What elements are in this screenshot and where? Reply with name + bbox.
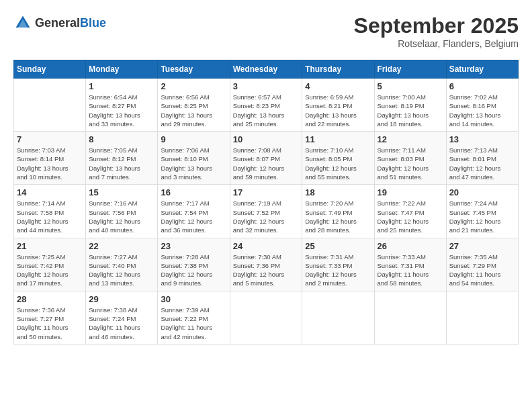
day-info: Sunrise: 7:19 AM Sunset: 7:52 PM Dayligh… [233,199,300,234]
day-info: Sunrise: 7:05 AM Sunset: 8:12 PM Dayligh… [89,146,154,181]
column-header-friday: Friday [374,60,446,79]
day-number: 3 [233,81,300,91]
column-header-wednesday: Wednesday [230,60,302,79]
day-info: Sunrise: 7:24 AM Sunset: 7:45 PM Dayligh… [449,199,515,234]
day-number: 25 [305,241,371,251]
day-number: 26 [378,241,443,251]
calendar-cell: 7Sunrise: 7:03 AM Sunset: 8:14 PM Daylig… [14,132,86,185]
column-header-tuesday: Tuesday [158,60,230,79]
day-info: Sunrise: 7:20 AM Sunset: 7:49 PM Dayligh… [305,199,371,234]
day-info: Sunrise: 6:56 AM Sunset: 8:25 PM Dayligh… [161,93,226,128]
calendar-cell: 16Sunrise: 7:17 AM Sunset: 7:54 PM Dayli… [158,185,230,238]
day-number: 20 [449,187,515,197]
day-info: Sunrise: 7:00 AM Sunset: 8:19 PM Dayligh… [378,93,443,128]
page-header: GeneralBlue September 2025 Rotselaar, Fl… [13,13,519,49]
day-number: 22 [89,241,154,251]
day-number: 17 [233,187,300,197]
day-info: Sunrise: 7:11 AM Sunset: 8:03 PM Dayligh… [378,146,443,181]
day-info: Sunrise: 7:02 AM Sunset: 8:16 PM Dayligh… [449,93,515,128]
calendar-cell: 19Sunrise: 7:22 AM Sunset: 7:47 PM Dayli… [374,185,446,238]
calendar-week-5: 28Sunrise: 7:36 AM Sunset: 7:27 PM Dayli… [14,291,519,344]
calendar-cell [230,291,302,344]
calendar-cell: 11Sunrise: 7:10 AM Sunset: 8:05 PM Dayli… [302,132,374,185]
day-info: Sunrise: 7:22 AM Sunset: 7:47 PM Dayligh… [378,199,443,234]
calendar-cell: 12Sunrise: 7:11 AM Sunset: 8:03 PM Dayli… [374,132,446,185]
day-info: Sunrise: 7:31 AM Sunset: 7:33 PM Dayligh… [305,253,371,288]
calendar-cell [446,291,518,344]
calendar-cell: 24Sunrise: 7:30 AM Sunset: 7:36 PM Dayli… [230,238,302,291]
day-info: Sunrise: 7:33 AM Sunset: 7:31 PM Dayligh… [378,253,443,288]
calendar-cell: 8Sunrise: 7:05 AM Sunset: 8:12 PM Daylig… [86,132,158,185]
day-number: 19 [378,187,443,197]
day-number: 16 [161,187,226,197]
calendar-cell [14,79,86,132]
day-info: Sunrise: 7:30 AM Sunset: 7:36 PM Dayligh… [233,253,300,288]
day-number: 14 [17,187,83,197]
day-number: 23 [161,241,226,251]
calendar-cell: 1Sunrise: 6:54 AM Sunset: 8:27 PM Daylig… [86,79,158,132]
day-info: Sunrise: 7:36 AM Sunset: 7:27 PM Dayligh… [17,306,83,341]
logo: GeneralBlue [13,13,106,32]
calendar-week-2: 7Sunrise: 7:03 AM Sunset: 8:14 PM Daylig… [14,132,519,185]
month-title: September 2025 [354,13,519,38]
calendar-cell: 28Sunrise: 7:36 AM Sunset: 7:27 PM Dayli… [14,291,86,344]
day-number: 28 [17,294,83,304]
column-header-saturday: Saturday [446,60,518,79]
calendar-header-row: SundayMondayTuesdayWednesdayThursdayFrid… [14,60,519,79]
day-info: Sunrise: 7:38 AM Sunset: 7:24 PM Dayligh… [89,306,154,341]
day-info: Sunrise: 7:39 AM Sunset: 7:22 PM Dayligh… [161,306,226,341]
day-number: 10 [233,134,300,144]
day-number: 5 [378,81,443,91]
day-number: 12 [378,134,443,144]
day-info: Sunrise: 7:06 AM Sunset: 8:10 PM Dayligh… [161,146,226,181]
day-number: 11 [305,134,371,144]
day-info: Sunrise: 6:57 AM Sunset: 8:23 PM Dayligh… [233,93,300,128]
day-number: 8 [89,134,154,144]
calendar-week-4: 21Sunrise: 7:25 AM Sunset: 7:42 PM Dayli… [14,238,519,291]
day-number: 15 [89,187,154,197]
calendar-cell [302,291,374,344]
day-info: Sunrise: 7:28 AM Sunset: 7:38 PM Dayligh… [161,253,226,288]
calendar-cell: 15Sunrise: 7:16 AM Sunset: 7:56 PM Dayli… [86,185,158,238]
calendar-table: SundayMondayTuesdayWednesdayThursdayFrid… [13,60,519,345]
day-info: Sunrise: 7:17 AM Sunset: 7:54 PM Dayligh… [161,199,226,234]
title-block: September 2025 Rotselaar, Flanders, Belg… [354,13,519,49]
day-number: 24 [233,241,300,251]
day-number: 2 [161,81,226,91]
calendar-cell: 2Sunrise: 6:56 AM Sunset: 8:25 PM Daylig… [158,79,230,132]
day-number: 13 [449,134,515,144]
calendar-cell: 6Sunrise: 7:02 AM Sunset: 8:16 PM Daylig… [446,79,518,132]
calendar-cell: 25Sunrise: 7:31 AM Sunset: 7:33 PM Dayli… [302,238,374,291]
day-number: 30 [161,294,226,304]
calendar-cell: 3Sunrise: 6:57 AM Sunset: 8:23 PM Daylig… [230,79,302,132]
day-info: Sunrise: 7:10 AM Sunset: 8:05 PM Dayligh… [305,146,371,181]
day-number: 4 [305,81,371,91]
calendar-cell: 26Sunrise: 7:33 AM Sunset: 7:31 PM Dayli… [374,238,446,291]
calendar-cell: 18Sunrise: 7:20 AM Sunset: 7:49 PM Dayli… [302,185,374,238]
column-header-sunday: Sunday [14,60,86,79]
calendar-cell: 17Sunrise: 7:19 AM Sunset: 7:52 PM Dayli… [230,185,302,238]
day-number: 9 [161,134,226,144]
day-number: 29 [89,294,154,304]
day-info: Sunrise: 7:13 AM Sunset: 8:01 PM Dayligh… [449,146,515,181]
calendar-cell: 21Sunrise: 7:25 AM Sunset: 7:42 PM Dayli… [14,238,86,291]
day-info: Sunrise: 7:14 AM Sunset: 7:58 PM Dayligh… [17,199,83,234]
day-info: Sunrise: 6:54 AM Sunset: 8:27 PM Dayligh… [89,93,154,128]
calendar-cell: 14Sunrise: 7:14 AM Sunset: 7:58 PM Dayli… [14,185,86,238]
day-number: 1 [89,81,154,91]
day-info: Sunrise: 7:35 AM Sunset: 7:29 PM Dayligh… [449,253,515,288]
calendar-cell: 10Sunrise: 7:08 AM Sunset: 8:07 PM Dayli… [230,132,302,185]
calendar-cell: 4Sunrise: 6:59 AM Sunset: 8:21 PM Daylig… [302,79,374,132]
calendar-cell [374,291,446,344]
day-info: Sunrise: 6:59 AM Sunset: 8:21 PM Dayligh… [305,93,371,128]
location-text: Rotselaar, Flanders, Belgium [354,38,519,49]
calendar-cell: 22Sunrise: 7:27 AM Sunset: 7:40 PM Dayli… [86,238,158,291]
logo-icon [13,13,32,32]
calendar-cell: 13Sunrise: 7:13 AM Sunset: 8:01 PM Dayli… [446,132,518,185]
day-info: Sunrise: 7:27 AM Sunset: 7:40 PM Dayligh… [89,253,154,288]
calendar-cell: 29Sunrise: 7:38 AM Sunset: 7:24 PM Dayli… [86,291,158,344]
day-number: 27 [449,241,515,251]
calendar-cell: 30Sunrise: 7:39 AM Sunset: 7:22 PM Dayli… [158,291,230,344]
day-info: Sunrise: 7:03 AM Sunset: 8:14 PM Dayligh… [17,146,83,181]
calendar-cell: 27Sunrise: 7:35 AM Sunset: 7:29 PM Dayli… [446,238,518,291]
